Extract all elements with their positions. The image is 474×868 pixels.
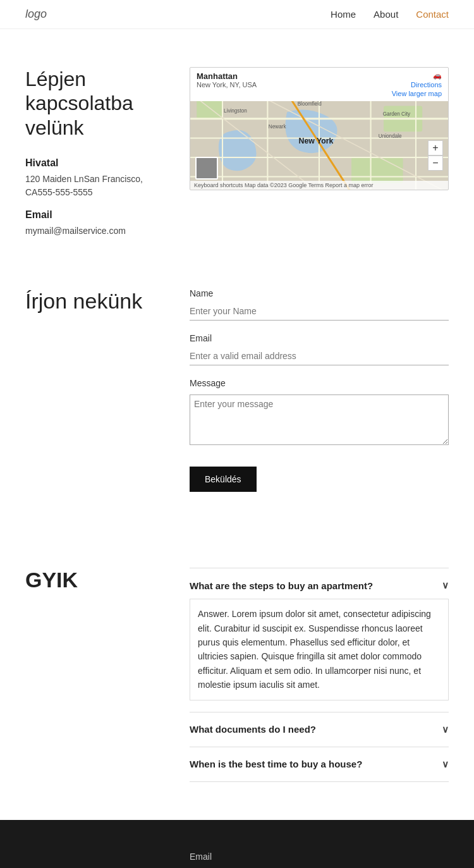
- faq-question-2[interactable]: What documents do I need? ∨: [190, 724, 449, 735]
- message-label: Message: [190, 378, 449, 388]
- email-value: mymail@mailservice.com: [25, 224, 164, 238]
- faq-chevron-3-icon: ∨: [442, 759, 449, 770]
- map-directions-link[interactable]: Directions: [411, 81, 442, 89]
- map-header: Manhattan New York, NY, USA 🚗 Directions…: [190, 68, 448, 101]
- message-input[interactable]: [190, 394, 449, 445]
- map-roads-svg: New York Newark Garden City Livingston B…: [190, 93, 448, 190]
- name-label: Name: [190, 288, 449, 298]
- office-label: Hivatal: [25, 157, 164, 169]
- contact-heading: Lépjen kapcsolatba velünk: [25, 67, 164, 140]
- map-zoom-out[interactable]: −: [428, 156, 443, 171]
- message-group: Message: [190, 378, 449, 448]
- map-thumbnail: [195, 157, 218, 180]
- email-group: Email: [190, 333, 449, 365]
- newsletter-right: Email Beküldés: [190, 852, 449, 868]
- newsletter-heading-line1: Iratkozzon fel: [25, 865, 130, 868]
- email-label: Email: [25, 209, 164, 221]
- form-fields: Name Email Message Beküldés: [190, 288, 449, 492]
- faq-item-1: What are the steps to buy an apartment? …: [190, 568, 449, 711]
- faq-item-3: When is the best time to buy a house? ∨: [190, 747, 449, 782]
- email-input[interactable]: [190, 347, 449, 365]
- map-links: 🚗 Directions View larger map: [392, 71, 442, 97]
- faq-title: GYIK: [25, 568, 164, 781]
- contact-section: Lépjen kapcsolatba velünk Hivatal 120 Ma…: [0, 29, 474, 263]
- svg-text:Garden City: Garden City: [383, 111, 411, 117]
- map-footer-bar: Keyboard shortcuts Map data ©2023 Google…: [190, 181, 448, 190]
- form-title: Írjon nekünk: [25, 288, 164, 492]
- navbar: logo Home About Contact: [0, 0, 474, 29]
- form-submit-button[interactable]: Beküldés: [190, 467, 257, 492]
- svg-text:Livingston: Livingston: [224, 108, 247, 114]
- newsletter-section: Iratkozzon fel hírlevelünkre Email Bekül…: [0, 820, 474, 868]
- form-heading: Írjon nekünk: [25, 288, 164, 314]
- map-directions-icon: 🚗: [433, 71, 442, 80]
- map-zoom-in[interactable]: +: [428, 140, 443, 156]
- svg-text:Bloomfield: Bloomfield: [298, 101, 322, 107]
- name-input[interactable]: [190, 302, 449, 321]
- map-view-larger-link[interactable]: View larger map: [392, 90, 442, 97]
- map-place-sub: New York, NY, USA: [197, 81, 257, 89]
- nav-contact[interactable]: Contact: [416, 9, 449, 20]
- newsletter-heading: Iratkozzon fel hírlevelünkre: [25, 865, 164, 868]
- nav-about[interactable]: About: [374, 9, 398, 20]
- svg-text:New York: New York: [299, 137, 334, 145]
- faq-question-3-text: When is the best time to buy a house?: [190, 759, 362, 769]
- name-group: Name: [190, 288, 449, 321]
- map-footer-text: Keyboard shortcuts Map data ©2023 Google…: [194, 182, 374, 188]
- newsletter-left: Iratkozzon fel hírlevelünkre: [25, 865, 164, 868]
- faq-items: What are the steps to buy an apartment? …: [190, 568, 449, 781]
- faq-answer-1: Answer. Lorem ipsum dolor sit amet, cons…: [190, 599, 449, 700]
- form-section: Írjon nekünk Name Email Message Beküldés: [0, 263, 474, 530]
- newsletter-email-label: Email: [190, 852, 449, 862]
- email-label: Email: [190, 333, 449, 343]
- faq-chevron-2-icon: ∨: [442, 724, 449, 735]
- map-place-name: Manhattan: [197, 71, 257, 81]
- svg-text:Newark: Newark: [269, 124, 287, 130]
- faq-heading: GYIK: [25, 568, 164, 592]
- svg-rect-1: [197, 99, 222, 119]
- nav-home[interactable]: Home: [331, 9, 356, 20]
- faq-chevron-1-icon: ∨: [442, 580, 449, 591]
- office-address: 120 Maiden LnSan Francisco, CA555-555-55…: [25, 173, 164, 199]
- svg-rect-3: [351, 157, 403, 183]
- map-mock: Manhattan New York, NY, USA 🚗 Directions…: [190, 68, 448, 190]
- nav-links: Home About Contact: [331, 9, 449, 20]
- faq-question-3[interactable]: When is the best time to buy a house? ∨: [190, 759, 449, 770]
- faq-section: GYIK What are the steps to buy an apartm…: [0, 530, 474, 819]
- faq-question-1[interactable]: What are the steps to buy an apartment? …: [190, 580, 449, 591]
- contact-info: Lépjen kapcsolatba velünk Hivatal 120 Ma…: [25, 67, 164, 238]
- faq-item-2: What documents do I need? ∨: [190, 712, 449, 747]
- svg-text:Uniondale: Uniondale: [379, 133, 402, 139]
- logo: logo: [25, 8, 47, 21]
- map-controls: + −: [428, 140, 443, 171]
- map-container[interactable]: Manhattan New York, NY, USA 🚗 Directions…: [190, 67, 449, 190]
- faq-question-2-text: What documents do I need?: [190, 724, 316, 735]
- faq-question-1-text: What are the steps to buy an apartment?: [190, 580, 373, 591]
